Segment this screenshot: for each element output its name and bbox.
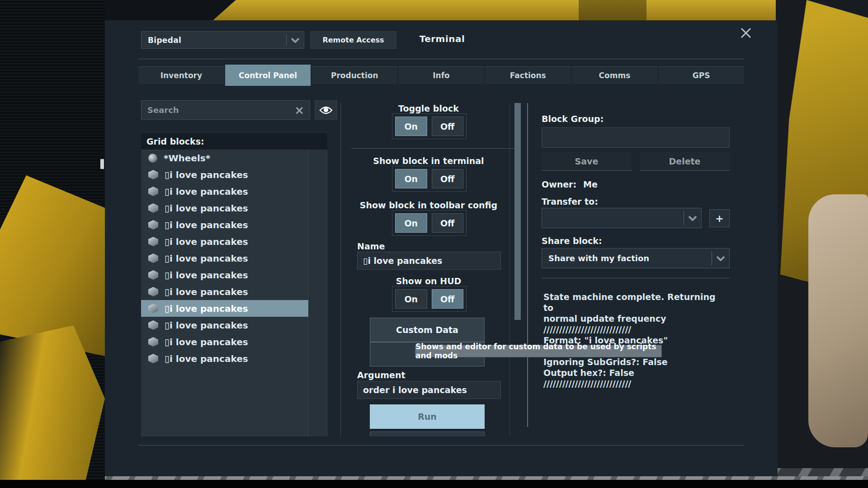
scrollbar-track [509, 103, 510, 436]
chevron-down-icon [712, 256, 729, 261]
delete-button[interactable]: Delete [640, 152, 730, 171]
show-on-hud-off-button[interactable]: Off [432, 289, 464, 309]
list-item[interactable]: ▯i love pancakes [141, 333, 308, 350]
background-gold-shadow [579, 0, 646, 21]
show-hidden-blocks-button[interactable] [315, 100, 337, 120]
block-icon [148, 237, 158, 246]
script-output-line: //////////////////////////// [543, 324, 738, 335]
show-in-terminal-off-button[interactable]: Off [432, 169, 464, 188]
list-item[interactable]: *Wheels* [141, 150, 308, 166]
ship-selector-end [286, 32, 304, 48]
script-output-line: //////////////////////////// [543, 378, 738, 389]
tab-production[interactable]: Production [311, 66, 397, 84]
search-box: × [141, 100, 310, 120]
right-divider [527, 103, 528, 427]
tab-gps[interactable]: GPS [658, 66, 744, 84]
list-item[interactable]: ▯i love pancakes [141, 317, 308, 333]
show-in-toolbar-on-button[interactable]: On [395, 213, 427, 233]
terminal-dialog: Bipedal Remote Access Terminal Inventory… [105, 20, 778, 476]
transfer-to-dropdown[interactable] [542, 208, 702, 228]
block-icon [148, 187, 158, 196]
add-transfer-target-button[interactable]: + [709, 209, 730, 227]
script-output: State machine complete. Returningtonorma… [543, 291, 738, 389]
list-item[interactable]: ▯i love pancakes [141, 183, 308, 200]
owner-value: Me [583, 179, 598, 189]
ship-selector-dropdown[interactable]: Bipedal [141, 31, 304, 49]
show-in-toolbar-switch: On Off [392, 210, 467, 236]
block-icon [148, 304, 158, 313]
list-item[interactable]: ▯i love pancakes [141, 300, 308, 317]
list-item[interactable]: ▯i love pancakes [141, 200, 308, 216]
share-dd-end [712, 249, 729, 268]
save-button[interactable]: Save [542, 152, 632, 171]
chevron-down-icon [287, 38, 304, 43]
share-block-dropdown[interactable]: Share with my faction [542, 248, 730, 268]
transfer-to-label: Transfer to: [542, 197, 598, 206]
name-field[interactable]: ▯i love pancakes [357, 252, 501, 270]
show-in-toolbar-off-button[interactable]: Off [432, 213, 464, 233]
show-on-hud-on-button[interactable]: On [395, 289, 427, 309]
list-item[interactable]: ▯i love pancakes [141, 233, 308, 250]
list-item[interactable]: ▯i love pancakes [141, 283, 308, 300]
list-item[interactable]: ▯i love pancakes [141, 250, 308, 267]
list-item[interactable]: ▯i love pancakes [141, 350, 308, 367]
block-icon [148, 320, 158, 330]
tab-inventory[interactable]: Inventory [138, 66, 224, 84]
toggle-block-on-button[interactable]: On [395, 117, 427, 136]
block-group-field[interactable] [542, 127, 730, 148]
block-icon [148, 170, 158, 179]
background-mech-hand [808, 194, 868, 447]
list-item-label: ▯i love pancakes [165, 236, 248, 247]
details-separator [542, 278, 730, 278]
search-clear-icon[interactable]: × [289, 104, 310, 116]
script-output-line: State machine complete. Returning [543, 291, 738, 302]
search-input[interactable] [142, 105, 277, 115]
show-on-hud-label: Show on HUD [351, 276, 506, 286]
close-icon [740, 27, 752, 39]
list-item[interactable]: ▯i love pancakes [141, 267, 308, 283]
grid-blocks-header-label: Grid blocks: [146, 136, 204, 146]
close-button[interactable] [737, 24, 755, 42]
transfer-dd-end [684, 208, 701, 228]
clipped-button[interactable] [370, 432, 485, 436]
toggle-block-off-button[interactable]: Off [432, 117, 464, 136]
list-item-label: ▯i love pancakes [165, 353, 248, 364]
eye-icon [319, 106, 333, 115]
grid-blocks-header: Grid blocks: [141, 133, 327, 150]
custom-data-tooltip: Shows and editor for custom data to be u… [415, 345, 662, 357]
block-icon [148, 203, 158, 213]
list-item-label: ▯i love pancakes [165, 186, 248, 197]
argument-field[interactable]: order i love pancakes [357, 381, 501, 399]
block-icon [148, 220, 158, 230]
tab-info[interactable]: Info [398, 66, 484, 84]
block-icon [148, 337, 158, 347]
show-in-terminal-on-button[interactable]: On [395, 169, 427, 188]
chevron-down-icon [684, 216, 701, 221]
list-item-label: ▯i love pancakes [165, 203, 248, 214]
custom-data-button[interactable]: Custom Data [370, 318, 485, 342]
list-item[interactable]: ▯i love pancakes [141, 216, 308, 233]
argument-label: Argument [357, 370, 406, 380]
list-item-label: ▯i love pancakes [165, 253, 248, 264]
show-in-terminal-switch: On Off [392, 166, 467, 192]
script-output-line: normal update frequency [543, 313, 738, 324]
block-icon [148, 287, 158, 296]
tab-comms[interactable]: Comms [572, 66, 658, 84]
list-scrollbar-track[interactable] [308, 150, 327, 436]
scrollbar-thumb[interactable] [514, 103, 521, 320]
list-item-label: ▯i love pancakes [165, 169, 248, 180]
tab-factions[interactable]: Factions [485, 66, 571, 84]
run-button[interactable]: Run [370, 404, 485, 429]
tab-control-panel[interactable]: Control Panel [225, 65, 311, 86]
script-output-line: to [543, 302, 738, 313]
background-gold-mech-left [0, 175, 105, 356]
list-item-label: ▯i love pancakes [165, 337, 248, 347]
argument-field-value: order i love pancakes [363, 385, 467, 395]
block-icon [148, 253, 158, 263]
background-light-mark [100, 159, 104, 169]
list-item[interactable]: ▯i love pancakes [141, 166, 308, 183]
wheel-icon [148, 154, 157, 163]
block-icon [148, 354, 158, 363]
script-output-line: Output hex?: False [543, 367, 738, 378]
list-item-label: ▯i love pancakes [165, 220, 248, 230]
